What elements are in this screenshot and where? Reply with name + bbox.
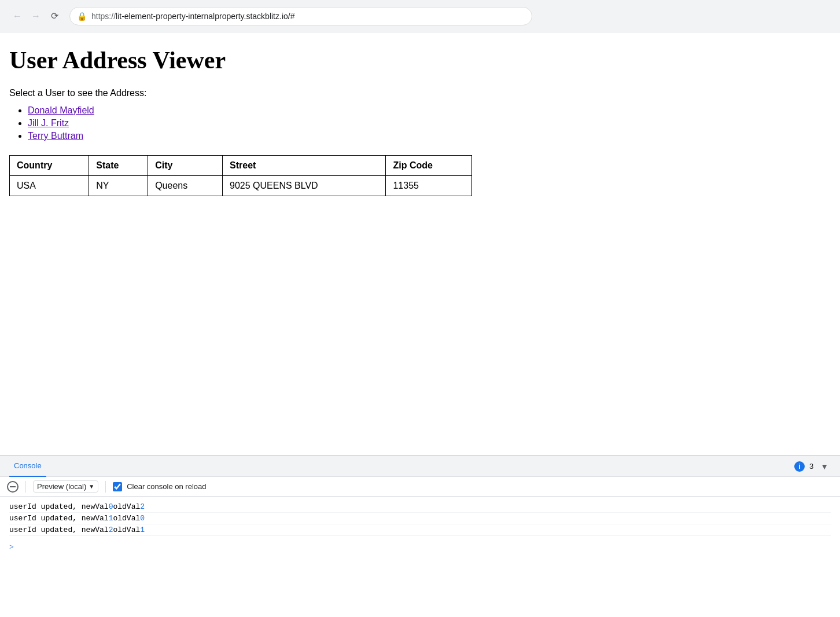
chevron-down-button[interactable]: ▼ [818,460,831,473]
reload-button[interactable]: ⟳ [46,8,62,24]
console-tab[interactable]: Console [9,456,46,477]
address-table: Country State City Street Zip Code USA N… [9,155,472,196]
devtools-right: i 3 ▼ [794,460,831,473]
list-item: Terry Buttram [28,131,831,141]
chevron-down-icon: ▼ [89,483,94,490]
lock-icon: 🔒 [77,12,87,21]
prompt-symbol: > [9,543,14,552]
url-text: https://lit-element-property-internalpro… [91,12,294,21]
console-val2-3: 1 [140,526,145,534]
console-val1-1: 0 [109,502,113,511]
nav-buttons: ← → ⟳ [9,8,62,24]
table-row: USA NY Queens 9025 QUEENS BLVD 11355 [10,176,472,196]
col-zipcode: Zip Code [386,156,472,176]
console-val2-2: 0 [140,514,145,523]
url-protocol: https:// [91,12,116,21]
devtools-panel: Console i 3 ▼ Preview (local) ▼ Clear co… [0,455,840,617]
col-state: State [89,156,148,176]
page-content: User Address Viewer Select a User to see… [0,32,840,455]
page-title: User Address Viewer [9,46,831,74]
console-text-3: userId updated, newVal [9,526,109,534]
table-header-row: Country State City Street Zip Code [10,156,472,176]
user-list: Donald Mayfield Jill J. Fritz Terry Butt… [9,105,831,141]
console-mid-1: oldVal [113,502,140,511]
clear-console-checkbox[interactable] [113,482,122,491]
console-val1-3: 2 [109,526,113,534]
back-button[interactable]: ← [9,8,25,24]
console-output: userId updated, newVal 0 oldVal 2 userId… [0,497,840,541]
cell-street: 9025 QUEENS BLVD [223,176,386,196]
toolbar-separator [25,481,26,493]
devtools-toolbar: Preview (local) ▼ Clear console on reloa… [0,477,840,497]
list-item: Jill J. Fritz [28,118,831,128]
console-mid-2: oldVal [113,514,140,523]
no-entry-icon[interactable] [7,481,19,493]
cell-country: USA [10,176,89,196]
user-link-terry[interactable]: Terry Buttram [28,131,83,141]
console-val2-1: 2 [140,502,145,511]
cell-state: NY [89,176,148,196]
console-val1-2: 1 [109,514,113,523]
col-street: Street [223,156,386,176]
table-header: Country State City Street Zip Code [10,156,472,176]
console-prompt[interactable]: > [0,541,840,554]
filter-label: Preview (local) [37,482,86,491]
user-link-jill[interactable]: Jill J. Fritz [28,118,69,128]
browser-chrome: ← → ⟳ 🔒 https://lit-element-property-int… [0,0,840,32]
user-link-donald[interactable]: Donald Mayfield [28,105,94,115]
toolbar-separator-2 [105,481,106,493]
url-host: lit-element-property-internalproperty.st… [116,12,294,21]
console-line-3: userId updated, newVal 2 oldVal 1 [9,524,831,536]
console-text-2: userId updated, newVal [9,514,109,523]
console-line-1: userId updated, newVal 0 oldVal 2 [9,501,831,513]
table-body: USA NY Queens 9025 QUEENS BLVD 11355 [10,176,472,196]
col-city: City [148,156,223,176]
list-item: Donald Mayfield [28,105,831,116]
badge-count: 3 [809,462,813,471]
filter-dropdown[interactable]: Preview (local) ▼ [33,480,98,493]
subtitle: Select a User to see the Address: [9,88,831,98]
address-bar[interactable]: 🔒 https://lit-element-property-internalp… [69,7,532,25]
cell-zipcode: 11355 [386,176,472,196]
clear-console-label: Clear console on reload [127,482,206,491]
forward-button[interactable]: → [28,8,44,24]
console-mid-3: oldVal [113,526,140,534]
col-country: Country [10,156,89,176]
console-text-1: userId updated, newVal [9,502,109,511]
console-line-2: userId updated, newVal 1 oldVal 0 [9,513,831,524]
devtools-header: Console i 3 ▼ [0,456,840,477]
cell-city: Queens [148,176,223,196]
info-badge: i [794,461,805,472]
